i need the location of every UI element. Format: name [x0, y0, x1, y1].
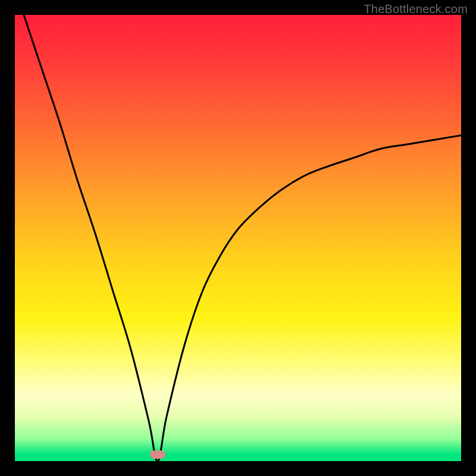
watermark-text: TheBottleneck.com [364, 2, 468, 16]
svg-rect-0 [15, 15, 461, 461]
chart-frame [15, 15, 461, 461]
background-gradient [15, 15, 461, 461]
optimal-point-marker [150, 450, 165, 459]
